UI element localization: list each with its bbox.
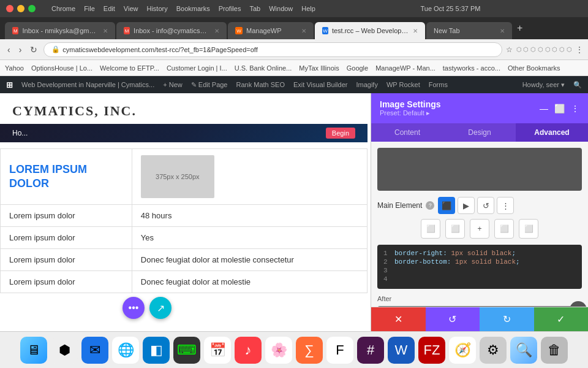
- dock-launchpad[interactable]: ⬢: [51, 337, 78, 364]
- border-center-button[interactable]: +: [470, 219, 489, 239]
- menu-view[interactable]: View: [124, 5, 138, 12]
- css-line-4: 4: [383, 275, 576, 283]
- dock-music[interactable]: ♪: [235, 337, 262, 364]
- border-top-button[interactable]: ⬜: [421, 219, 440, 239]
- dock-filezilla[interactable]: FZ: [418, 337, 445, 364]
- tab-test-rcc[interactable]: W test.rcc – Web Development i... ✕: [315, 22, 425, 39]
- arrow-right-button[interactable]: ▶: [458, 197, 475, 214]
- redo-button[interactable]: ↻: [480, 307, 534, 331]
- browser-titlebar: Chrome File Edit View History Bookmarks …: [0, 0, 588, 17]
- menu-history[interactable]: History: [146, 5, 167, 12]
- bookmark-star-icon[interactable]: ☆: [506, 45, 513, 54]
- menu-window[interactable]: Window: [269, 5, 293, 12]
- tab-managewp[interactable]: W ManageWP ✕: [228, 22, 314, 39]
- dock-vscode[interactable]: ◧: [143, 337, 170, 364]
- menu-edit[interactable]: Edit: [104, 5, 115, 12]
- back-button[interactable]: ‹: [5, 45, 13, 55]
- dock-slack[interactable]: #: [357, 337, 384, 364]
- menu-tab[interactable]: Tab: [249, 5, 260, 12]
- menu-profiles[interactable]: Profiles: [219, 5, 241, 12]
- dock-calendar[interactable]: 📅: [204, 337, 231, 364]
- bookmark-managewp[interactable]: ManageWP - Man...: [375, 64, 435, 72]
- bookmark-customer-login[interactable]: Customer Login | I...: [167, 64, 227, 72]
- wp-new[interactable]: + New: [163, 81, 183, 88]
- dock-figma[interactable]: F: [326, 337, 353, 364]
- cancel-button[interactable]: ✕: [371, 307, 426, 331]
- tab-gmail-1[interactable]: M Inbox - nmikyska@gmail.com ✕: [5, 22, 115, 39]
- tab-close-2[interactable]: ✕: [214, 28, 219, 34]
- dock-safari[interactable]: 🧭: [449, 337, 476, 364]
- bookmark-optionshouse[interactable]: OptionsHouse | Lo...: [31, 64, 92, 72]
- panel-more-icon[interactable]: ⋮: [571, 104, 579, 113]
- tab-favicon-4: W: [322, 27, 328, 34]
- menu-file[interactable]: File: [84, 5, 95, 12]
- element-controls: ⬛ ▶ ↺ ⋮: [438, 197, 514, 214]
- wp-rank-math[interactable]: Rank Math SEO: [236, 81, 285, 88]
- dock-chrome[interactable]: 🌐: [112, 337, 139, 364]
- forward-button[interactable]: ›: [17, 45, 24, 55]
- traffic-light-minimize[interactable]: [17, 5, 24, 12]
- bookmark-eftp[interactable]: Welcome to EFTP...: [100, 64, 159, 72]
- reload-button[interactable]: ↻: [28, 45, 40, 55]
- settings-icon[interactable]: ⋮: [576, 45, 583, 54]
- wp-exit-vb[interactable]: Exit Visual Builder: [293, 81, 347, 88]
- wp-site-name[interactable]: Web Development in Naperville | Cymatics…: [21, 81, 154, 88]
- tab-close-4[interactable]: ✕: [413, 28, 418, 34]
- tab-close-5[interactable]: ✕: [500, 28, 505, 34]
- css-editor[interactable]: 1 border-right: 1px solid black; 2 borde…: [377, 245, 582, 289]
- bookmark-usbank[interactable]: U.S. Bank Online...: [235, 64, 292, 72]
- dock-mail[interactable]: ✉: [81, 337, 108, 364]
- wp-forms[interactable]: Forms: [429, 81, 448, 88]
- border-left-button[interactable]: ⬜: [445, 219, 465, 239]
- panel-expand-icon[interactable]: ⬜: [554, 104, 565, 113]
- border-bottom-button[interactable]: ⬜: [519, 219, 538, 239]
- bookmark-yahoo[interactable]: Yahoo: [5, 64, 24, 72]
- traffic-light-close[interactable]: [6, 5, 13, 12]
- tab-content[interactable]: Content: [371, 123, 443, 142]
- menu-help[interactable]: Help: [301, 5, 315, 12]
- panel-preset[interactable]: Preset: Default ▸: [380, 109, 441, 117]
- bookmark-google[interactable]: Google: [347, 64, 368, 72]
- tab-advanced[interactable]: Advanced: [516, 123, 588, 142]
- after-preview: ⋮: [377, 306, 582, 307]
- tab-new-tab[interactable]: New Tab ✕: [426, 22, 512, 39]
- dock-word[interactable]: W: [388, 337, 415, 364]
- menu-bookmarks[interactable]: Bookmarks: [176, 5, 210, 12]
- address-input[interactable]: 🔒 cymaticswebdevelopment.com/test-rcc/?e…: [43, 42, 502, 57]
- dock-photos[interactable]: 🌸: [265, 337, 292, 364]
- wp-edit-page[interactable]: ✎ Edit Page: [191, 81, 228, 89]
- hero-cta-button[interactable]: Begin: [326, 128, 355, 139]
- tab-gmail-2[interactable]: M Inbox - info@cymaticswebde... ✕: [116, 22, 227, 39]
- border-right-button[interactable]: ⬜: [494, 219, 514, 239]
- css-line-num-1: 1: [383, 250, 391, 257]
- undo-ctrl-button[interactable]: ↺: [477, 197, 494, 214]
- save-button[interactable]: ✓: [534, 307, 589, 331]
- dock-finder[interactable]: 🖥: [20, 337, 47, 364]
- wp-search[interactable]: 🔍: [573, 81, 582, 89]
- bookmark-other[interactable]: Other Bookmarks: [508, 64, 560, 72]
- undo-button[interactable]: ↺: [426, 307, 480, 331]
- help-icon[interactable]: ?: [426, 201, 434, 210]
- desktop-view-button[interactable]: ⬛: [438, 197, 455, 214]
- wp-howdy[interactable]: Howdy, seer ▾: [522, 81, 565, 89]
- tab-close-3[interactable]: ✕: [301, 28, 306, 34]
- wp-imagify[interactable]: Imagify: [356, 81, 377, 88]
- panel-minimize-icon[interactable]: —: [540, 104, 548, 113]
- bookmark-mytax[interactable]: MyTax Illinois: [299, 64, 339, 72]
- dock-trash[interactable]: 🗑: [541, 337, 568, 364]
- menu-chrome[interactable]: Chrome: [51, 5, 75, 12]
- bookmark-tastyworks[interactable]: tastyworks - acco...: [443, 64, 500, 72]
- wp-rocket[interactable]: WP Rocket: [386, 81, 420, 88]
- overlay-more-button[interactable]: •••: [123, 297, 145, 319]
- more-ctrl-button[interactable]: ⋮: [497, 197, 514, 214]
- tab-close-1[interactable]: ✕: [103, 28, 108, 34]
- traffic-light-fullscreen[interactable]: [28, 5, 36, 12]
- new-tab-button[interactable]: +: [517, 23, 522, 34]
- dock-finder-2[interactable]: 🔍: [510, 337, 537, 364]
- dock-terminal[interactable]: ⌨: [173, 337, 200, 364]
- dock-rangemath[interactable]: ∑: [296, 337, 323, 364]
- css-line-2: 2 border-bottom: 1px solid black;: [383, 258, 576, 266]
- overlay-share-button[interactable]: ↗: [149, 297, 172, 319]
- tab-design[interactable]: Design: [443, 123, 516, 142]
- dock-settings[interactable]: ⚙: [480, 337, 507, 364]
